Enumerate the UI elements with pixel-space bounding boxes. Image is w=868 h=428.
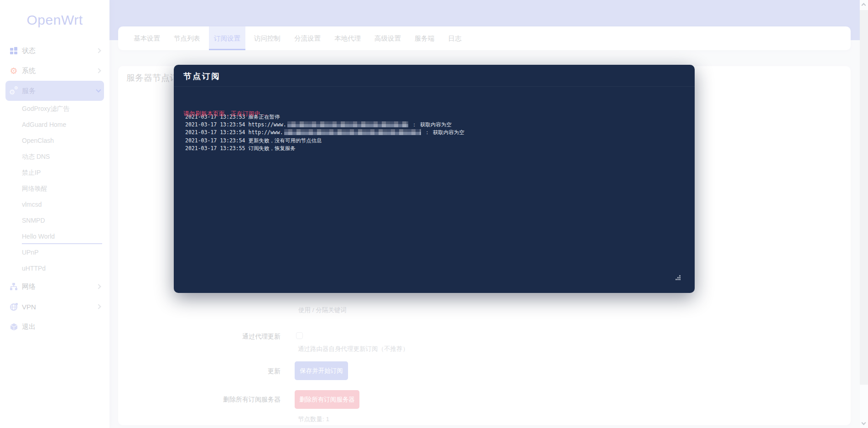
- scroll-down-icon[interactable]: [862, 421, 866, 425]
- log-line: 2021-03-17 13:23:54 http://www.： 获取内容为空: [185, 129, 686, 136]
- redacted-url-block: [287, 121, 408, 127]
- modal-warning: 请勿刷新本页面，正在订阅中 ...: [183, 110, 268, 118]
- redacted-url-block: [284, 129, 421, 135]
- log-line: 2021-03-17 13:23:54 更新失败，没有可用的节点信息: [185, 137, 686, 145]
- log-lines: 2021-03-17 13:23:53 服务正在暂停2021-03-17 13:…: [185, 100, 686, 152]
- log-line: 2021-03-17 13:23:55 订阅失败，恢复服务: [185, 145, 686, 152]
- subscription-modal: 节点订阅 请勿刷新本页面，正在订阅中 ... 2021-03-17 13:23:…: [174, 65, 695, 293]
- scrollbar[interactable]: [860, 0, 868, 428]
- modal-title: 节点订阅: [183, 71, 221, 82]
- openwrt-admin-page: OpenWrt 状态 ⚙ 系统: [0, 0, 868, 428]
- scrollbar-thumb[interactable]: [860, 10, 868, 385]
- log-line: 2021-03-17 13:23:54 https://www.： 获取内容为空: [185, 121, 686, 129]
- subscription-log-textarea[interactable]: 请勿刷新本页面，正在订阅中 ... 2021-03-17 13:23:53 服务…: [174, 86, 695, 293]
- resize-grip-icon[interactable]: [676, 275, 681, 281]
- scroll-up-icon[interactable]: [862, 3, 866, 8]
